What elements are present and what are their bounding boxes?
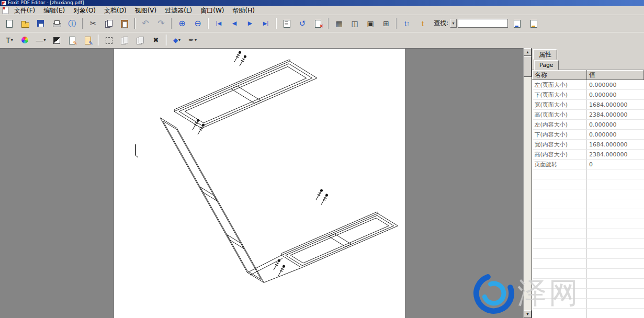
edit-object-button[interactable]: [80, 33, 96, 47]
prev-page-button[interactable]: ◀: [227, 17, 242, 30]
next-page-button[interactable]: ▶: [242, 17, 258, 30]
zoom-in-button[interactable]: ⊕: [174, 17, 190, 30]
page-report-button[interactable]: [279, 17, 295, 30]
menu-item-view[interactable]: 视图(V): [131, 6, 161, 15]
property-row[interactable]: 宽(内容大小)1684.000000: [533, 140, 644, 150]
color-picker-button[interactable]: [17, 33, 33, 47]
empty-cell: [587, 189, 644, 199]
property-row[interactable]: 下(页面大小)0.000000: [533, 90, 644, 100]
scroll-down-button[interactable]: ▼: [524, 310, 532, 318]
fit-page-button[interactable]: ⊞: [378, 17, 394, 30]
menu-item-help[interactable]: 帮助(H): [229, 6, 259, 15]
property-row-empty: [533, 249, 644, 259]
chevron-down-icon: ▾: [11, 38, 13, 42]
undo-button[interactable]: ↶: [138, 17, 153, 30]
scrollbar-thumb[interactable]: [524, 56, 532, 77]
zoom-out-button[interactable]: ⊖: [190, 17, 206, 30]
ungroup-objects-button[interactable]: [132, 33, 148, 47]
rotate-page-button[interactable]: ↺: [295, 17, 310, 30]
empty-cell: [533, 219, 587, 229]
column-header-value[interactable]: 值: [587, 71, 644, 80]
page-layout-button[interactable]: ◫: [347, 17, 363, 30]
line-style-button[interactable]: —▾: [33, 33, 49, 47]
node-edit-button[interactable]: ◆▾: [169, 33, 185, 47]
redo-arrow-icon: ↷: [157, 19, 164, 28]
property-value: 2384.000000: [587, 150, 644, 160]
last-page-button[interactable]: ▶|: [258, 17, 274, 30]
open-button[interactable]: [17, 17, 33, 30]
group-objects-button[interactable]: [117, 33, 132, 47]
copy-button[interactable]: [101, 17, 117, 30]
property-row[interactable]: 宽(页面大小)1684.000000: [533, 100, 644, 110]
workspace: ▲ ▼ 属性 Page 名称 值: [0, 48, 644, 318]
props-table-body: 左(页面大小)0.000000下(页面大小)0.000000宽(页面大小)168…: [533, 80, 644, 318]
toolbar-separator: [166, 35, 167, 46]
select-area-button[interactable]: [101, 33, 117, 47]
save-floppy-icon: [37, 19, 45, 28]
property-row-empty: [533, 269, 644, 279]
tools-button[interactable]: ✖: [148, 33, 164, 47]
property-row[interactable]: 下(内容大小)0.000000: [533, 130, 644, 140]
fill-style-button[interactable]: [49, 33, 64, 47]
hatch-settings-button[interactable]: ▦: [331, 17, 347, 30]
find-options-dropdown[interactable]: ▾: [450, 19, 457, 28]
path-tool-button[interactable]: ✒▾: [185, 33, 200, 47]
menu-item-file[interactable]: 文件(F): [10, 6, 39, 15]
pdf-page[interactable]: [114, 49, 405, 318]
menu-item-edit[interactable]: 编辑(E): [39, 6, 69, 15]
edit-page-button[interactable]: [64, 33, 80, 47]
property-row[interactable]: 左(内容大小)0.000000: [533, 120, 644, 130]
column-header-name[interactable]: 名称: [533, 71, 587, 80]
tab-properties[interactable]: 属性: [533, 49, 557, 60]
ungroup-icon: [136, 36, 144, 44]
main-toolbar: ⓘ✂↶↷⊕⊖|◀◀▶▶|↺▦◫▣⊞t↑t 查找: ▾: [0, 15, 644, 32]
app-icon: [2, 1, 6, 5]
property-row[interactable]: 页面旋转0: [533, 160, 644, 169]
vertical-scrollbar[interactable]: ▲ ▼: [523, 48, 532, 318]
tab-page[interactable]: Page: [534, 60, 559, 70]
menu-item-object[interactable]: 对象(O): [69, 6, 100, 15]
facing-pages-button[interactable]: ▣: [363, 17, 378, 30]
cut-button[interactable]: ✂: [85, 17, 101, 30]
about-button[interactable]: ⓘ: [64, 17, 80, 30]
text-tool-button[interactable]: T▾: [2, 33, 17, 47]
property-row-empty: [533, 189, 644, 199]
scroll-up-button[interactable]: ▲: [524, 48, 532, 56]
property-name: 下(页面大小): [533, 90, 587, 100]
redo-button[interactable]: ↷: [153, 17, 169, 30]
page-lines-icon: [283, 19, 291, 28]
empty-cell: [533, 299, 587, 309]
empty-cell: [533, 199, 587, 209]
paste-button[interactable]: [117, 17, 132, 30]
panel-subtab-strip: Page: [532, 60, 644, 70]
property-row[interactable]: 高(页面大小)2384.000000: [533, 110, 644, 120]
save-button[interactable]: [33, 17, 49, 30]
empty-cell: [533, 169, 587, 179]
print-button[interactable]: [49, 17, 64, 30]
bolt-markers: [191, 51, 329, 277]
edit-object-icon: [84, 36, 92, 44]
scroll-up-icon: ▲: [526, 50, 529, 54]
find-all-button[interactable]: [526, 17, 541, 30]
property-name: 左(页面大小): [533, 80, 587, 90]
first-page-button[interactable]: |◀: [211, 17, 227, 30]
menu-item-document[interactable]: 文档(D): [100, 6, 131, 15]
toolbar-separator: [328, 18, 329, 29]
new-document-button[interactable]: [2, 17, 17, 30]
property-row-empty: [533, 219, 644, 229]
document-canvas[interactable]: [0, 48, 523, 318]
text-export-icon: t↑: [404, 20, 409, 27]
property-row[interactable]: 左(页面大小)0.000000: [533, 80, 644, 90]
node-diamond-icon: ◆: [173, 37, 178, 43]
property-row[interactable]: 高(内容大小)2384.000000: [533, 150, 644, 160]
delete-page-button[interactable]: [310, 17, 326, 30]
find-input[interactable]: [458, 19, 508, 28]
property-value: 1684.000000: [587, 140, 644, 150]
document-menu-icon[interactable]: [2, 6, 9, 14]
text-export-button[interactable]: t↑: [399, 17, 415, 30]
menu-item-window[interactable]: 窗口(W): [196, 6, 228, 15]
find-next-button[interactable]: [509, 17, 525, 30]
menu-item-filter[interactable]: 过滤器(L): [161, 6, 196, 15]
text-info-button[interactable]: t: [415, 17, 431, 30]
group-icon: [120, 36, 129, 44]
